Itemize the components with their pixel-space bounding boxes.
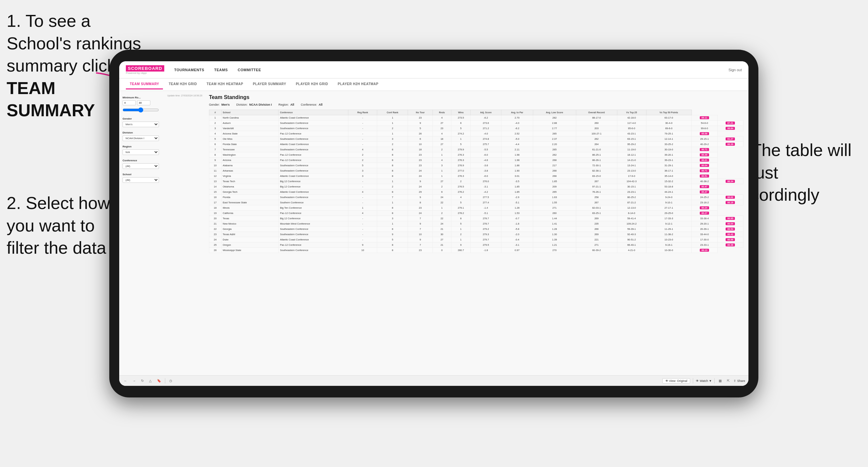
- table-row[interactable]: 11ArkansasSoutheastern Conference3824127…: [209, 168, 743, 174]
- toolbar-divider: [165, 378, 165, 383]
- table-row[interactable]: 16FloridaSoutheastern Conference-7924427…: [209, 195, 743, 200]
- share-button[interactable]: ⇧ Share: [734, 379, 745, 382]
- sub-navigation: TEAM SUMMARY TEAM H2H GRID TEAM H2H HEAT…: [119, 79, 748, 91]
- gender-filter-value: Men's: [221, 103, 229, 106]
- table-row[interactable]: 23Texas A&MSoutheastern Conference-91030…: [209, 232, 743, 237]
- region-filter-value: All: [290, 103, 294, 106]
- view-original-button[interactable]: 👁 View: Original: [662, 378, 690, 383]
- toolbar-expand-icon[interactable]: ⇱: [725, 378, 731, 383]
- filter-division: Division NCAA Division I NCAA Division I…: [123, 131, 159, 141]
- filter-school: School (All): [123, 173, 159, 183]
- col-avg-to-par: Avg. to Par: [501, 110, 533, 115]
- toolbar-refresh-btn[interactable]: ↻: [140, 378, 145, 383]
- table-area: Update time: 27/03/2024 16:56:26 Team St…: [162, 91, 748, 375]
- filter-school-select[interactable]: (All): [123, 177, 159, 183]
- table-row[interactable]: 10AlabamaSoutheastern Conference58233276…: [209, 163, 743, 168]
- nav-committee[interactable]: COMMITTEE: [238, 66, 261, 73]
- tab-team-summary[interactable]: TEAM SUMMARY: [126, 80, 163, 89]
- table-row[interactable]: 3VanderbiltSoutheastern Conference-25235…: [209, 126, 743, 131]
- table-row[interactable]: 12VirginiaAtlantic Coast Conference38241…: [209, 174, 743, 179]
- col-conf-rank: Conf Rank: [377, 110, 408, 115]
- app-header: SCOREBOARD Powered by clippi TOURNAMENTS…: [119, 61, 748, 79]
- filter-division-select[interactable]: NCAA Division I NCAA Division II NCAA Di…: [123, 135, 159, 141]
- nav-items: TOURNAMENTS TEAMS COMMITTEE: [174, 66, 728, 73]
- conference-filter-label: Conference:: [301, 103, 317, 106]
- col-conference: Conference: [279, 110, 348, 115]
- table-row[interactable]: 21New MexicoMountain West Conference-192…: [209, 221, 743, 226]
- filter-min-slider[interactable]: [123, 107, 159, 113]
- tablet-screen: SCOREBOARD Powered by clippi TOURNAMENTS…: [119, 61, 748, 386]
- table-row[interactable]: 1North CarolinaAtlantic Coast Conference…: [209, 115, 743, 121]
- toolbar-share-btn2[interactable]: △: [148, 378, 153, 383]
- table-row[interactable]: 14OklahomaBig 12 Conference-2242276.5-3.…: [209, 184, 743, 189]
- table-row[interactable]: 13Texas TechBig 12 Conference-19272276.0…: [209, 179, 743, 184]
- toolbar-bookmark-btn[interactable]: 🔖: [156, 378, 162, 383]
- tablet-device: SCOREBOARD Powered by clippi TOURNAMENTS…: [109, 50, 758, 398]
- gender-filter-label: Gender:: [209, 103, 220, 106]
- filter-min-roundtrips: Minimum Ro...: [123, 96, 159, 113]
- table-row[interactable]: 19CaliforniaPac-12 Conference48242278.2-…: [209, 211, 743, 216]
- tab-player-h2h-heatmap[interactable]: PLAYER H2H HEATMAP: [334, 80, 382, 89]
- col-adj-score: Adj. Score: [471, 110, 501, 115]
- filter-min-from[interactable]: [123, 100, 136, 105]
- col-school: School: [221, 110, 279, 115]
- col-reg-rank: Reg Rank: [348, 110, 377, 115]
- col-avg-low: Avg. Low Score: [533, 110, 576, 115]
- tab-team-h2h-heatmap[interactable]: TEAM H2H HEATMAP: [203, 80, 247, 89]
- toolbar-grid-icon[interactable]: ▦: [717, 378, 723, 383]
- filter-gender-label: Gender: [123, 117, 159, 120]
- table-row[interactable]: 25OregonPac-12 Conference987219279.5-3.1…: [209, 243, 743, 248]
- tab-player-h2h-grid[interactable]: PLAYER H2H GRID: [292, 80, 332, 89]
- conference-filter-value: All: [318, 103, 322, 106]
- table-row[interactable]: 7TennesseeSoutheastern Conference4818227…: [209, 147, 743, 152]
- table-title: Team Standings: [209, 94, 743, 100]
- toolbar-forward-btn[interactable]: →: [131, 378, 137, 383]
- col-wins: Wins: [451, 110, 471, 115]
- filter-region-select[interactable]: N/A All: [123, 149, 159, 155]
- table-row[interactable]: 22GeorgiaSoutheastern Conference-8721127…: [209, 226, 743, 232]
- update-time: Update time: 27/03/2024 16:56:26: [167, 94, 203, 97]
- toolbar-back-btn[interactable]: ←: [123, 378, 128, 383]
- table-row[interactable]: 17East Tennessee StateSouthern Conferenc…: [209, 200, 743, 205]
- filter-region: Region N/A All: [123, 145, 159, 155]
- standings-table: # School Conference Reg Rank Conf Rank N…: [209, 110, 743, 253]
- tab-team-h2h-grid[interactable]: TEAM H2H GRID: [164, 80, 201, 89]
- toolbar-divider-2: [693, 378, 693, 383]
- filter-conference-select[interactable]: (All): [123, 163, 159, 169]
- filter-conference-label: Conference: [123, 159, 159, 162]
- table-row[interactable]: 6Florida StateAtlantic Coast Conference-…: [209, 142, 743, 147]
- main-content: Minimum Ro... Gender Men's Women's Di: [119, 91, 748, 375]
- filter-conference: Conference (All): [123, 159, 159, 169]
- filter-region-label: Region: [123, 145, 159, 148]
- col-rank: #: [209, 110, 221, 115]
- bottom-toolbar: ← → ↻ △ 🔖 ◷ 👁 View: Original 👁 Watch ▼ ▦…: [119, 375, 748, 386]
- table-row[interactable]: 26Mississippi StateSoutheastern Conferen…: [209, 248, 743, 253]
- filter-gender-select[interactable]: Men's Women's: [123, 122, 159, 127]
- nav-teams[interactable]: TEAMS: [214, 66, 228, 73]
- col-vs-top50: Vs Top 50 Points: [646, 110, 691, 115]
- table-row[interactable]: 15Georgia TechAtlantic Coast Conference4…: [209, 189, 743, 195]
- region-filter-label: Region:: [279, 103, 289, 106]
- logo-text: SCOREBOARD: [126, 65, 164, 71]
- watch-button[interactable]: 👁 Watch ▼: [696, 379, 712, 382]
- col-vs-top25: Vs Top 25: [617, 110, 646, 115]
- table-row[interactable]: 24DukeAtlantic Coast Conference-59271279…: [209, 237, 743, 243]
- table-row[interactable]: 18IllinoisBig Ten Conference18231279.1-1…: [209, 205, 743, 211]
- table-row[interactable]: 4Arizona StatePac-12 Conference-1264274.…: [209, 131, 743, 136]
- filter-min-to[interactable]: [137, 100, 150, 105]
- toolbar-clock-icon: ◷: [168, 378, 174, 383]
- toolbar-divider-3: [714, 378, 715, 383]
- table-row[interactable]: 9ArizonaPac-12 Conference28234276.3-4.61…: [209, 158, 743, 163]
- table-row[interactable]: 5Ole MissSoutheastern Conference-3618127…: [209, 136, 743, 142]
- table-row[interactable]: 8WashingtonPac-12 Conference28231276.3-6…: [209, 152, 743, 158]
- division-filter-label: Division:: [237, 103, 248, 106]
- nav-tournaments[interactable]: TOURNAMENTS: [174, 66, 204, 73]
- table-row[interactable]: 2AuburnSoutheastern Conference-19276273.…: [209, 121, 743, 126]
- sign-out-button[interactable]: Sign out: [728, 68, 742, 72]
- filter-school-label: School: [123, 173, 159, 176]
- filter-min-label: Minimum Ro...: [123, 96, 159, 99]
- table-row[interactable]: 20TexasBig 12 Conference-37228278.7-0.71…: [209, 216, 743, 221]
- tab-player-summary[interactable]: PLAYER SUMMARY: [249, 80, 290, 89]
- division-filter-value: NCAA Division I: [249, 103, 272, 106]
- table-filter-row: Gender: Men's Division: NCAA Division I …: [209, 103, 743, 106]
